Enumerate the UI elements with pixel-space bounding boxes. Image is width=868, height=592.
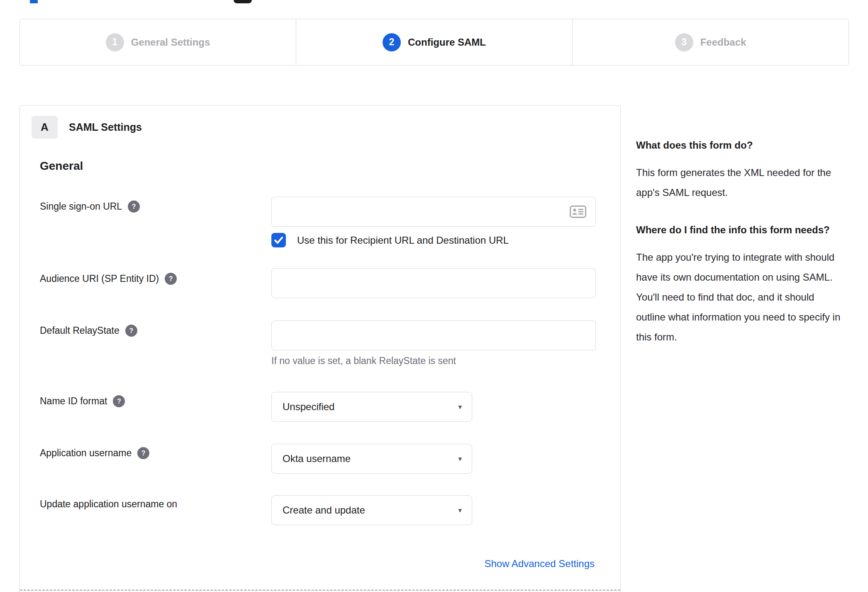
audience-uri-label-text: Audience URI (SP Entity ID) bbox=[40, 273, 159, 284]
step-number-badge: 3 bbox=[675, 33, 693, 51]
chevron-down-icon: ▾ bbox=[458, 403, 462, 411]
help-icon[interactable]: ? bbox=[137, 447, 149, 459]
help-answer: This form generates the XML needed for t… bbox=[636, 163, 846, 203]
help-sidebar: What does this form do? This form genera… bbox=[636, 135, 846, 347]
update-username-value: Create and update bbox=[283, 504, 365, 516]
relay-state-label-text: Default RelayState bbox=[40, 325, 119, 336]
step-general-settings[interactable]: 1 General Settings bbox=[20, 19, 296, 65]
section-a-badge: A bbox=[32, 116, 58, 139]
panel-title: SAML Settings bbox=[69, 121, 142, 133]
update-username-label: Update application username on bbox=[40, 499, 177, 510]
name-id-format-label-text: Name ID format bbox=[40, 396, 107, 407]
show-advanced-settings-link[interactable]: Show Advanced Settings bbox=[484, 558, 595, 570]
step-label: Feedback bbox=[700, 37, 746, 48]
step-label: General Settings bbox=[131, 37, 210, 48]
cropped-blue-element bbox=[30, 0, 38, 3]
step-configure-saml[interactable]: 2 Configure SAML bbox=[296, 19, 572, 65]
help-block-where: Where do I find the info this form needs… bbox=[636, 220, 846, 347]
step-label: Configure SAML bbox=[408, 37, 486, 48]
help-block-what: What does this form do? This form genera… bbox=[636, 135, 846, 203]
step-number-badge: 1 bbox=[106, 33, 124, 51]
application-username-label: Application username ? bbox=[40, 447, 149, 459]
relay-state-label: Default RelayState ? bbox=[40, 325, 137, 337]
relay-state-hint: If no value is set, a blank RelayState i… bbox=[271, 355, 456, 367]
sso-url-label: Single sign-on URL ? bbox=[40, 201, 140, 213]
help-icon[interactable]: ? bbox=[128, 201, 140, 213]
application-username-label-text: Application username bbox=[40, 448, 132, 459]
step-feedback[interactable]: 3 Feedback bbox=[572, 19, 848, 65]
recipient-url-checkbox-label: Use this for Recipient URL and Destinati… bbox=[297, 235, 509, 246]
update-username-select[interactable]: Create and update ▾ bbox=[271, 495, 472, 525]
application-username-select[interactable]: Okta username ▾ bbox=[271, 444, 472, 474]
general-section-title: General bbox=[40, 159, 83, 173]
chevron-down-icon: ▾ bbox=[458, 455, 462, 463]
recipient-url-checkbox[interactable] bbox=[271, 233, 286, 247]
help-question: Where do I find the info this form needs… bbox=[636, 220, 846, 240]
relay-state-input[interactable] bbox=[271, 320, 596, 350]
sso-url-label-text: Single sign-on URL bbox=[40, 201, 122, 212]
help-answer: The app you're trying to integrate with … bbox=[636, 247, 846, 347]
name-id-format-label: Name ID format ? bbox=[40, 395, 125, 407]
dashed-divider bbox=[20, 590, 620, 591]
application-username-value: Okta username bbox=[283, 453, 351, 465]
saml-settings-panel: A SAML Settings General Single sign-on U… bbox=[20, 105, 621, 592]
wizard-stepper: 1 General Settings 2 Configure SAML 3 Fe… bbox=[20, 19, 849, 66]
cropped-dark-element bbox=[234, 0, 252, 3]
audience-uri-label: Audience URI (SP Entity ID) ? bbox=[40, 273, 177, 285]
update-username-label-text: Update application username on bbox=[40, 499, 177, 510]
help-question: What does this form do? bbox=[636, 135, 846, 155]
sso-recipient-checkbox-row: Use this for Recipient URL and Destinati… bbox=[271, 233, 509, 247]
help-icon[interactable]: ? bbox=[125, 325, 137, 337]
help-icon[interactable]: ? bbox=[165, 273, 177, 285]
check-icon bbox=[274, 237, 283, 244]
sso-url-input[interactable] bbox=[271, 197, 596, 227]
audience-uri-input[interactable] bbox=[271, 268, 596, 298]
step-number-badge: 2 bbox=[383, 33, 401, 51]
name-id-format-value: Unspecified bbox=[283, 401, 334, 413]
help-icon[interactable]: ? bbox=[113, 395, 125, 407]
chevron-down-icon: ▾ bbox=[458, 506, 462, 515]
name-id-format-select[interactable]: Unspecified ▾ bbox=[271, 392, 472, 422]
